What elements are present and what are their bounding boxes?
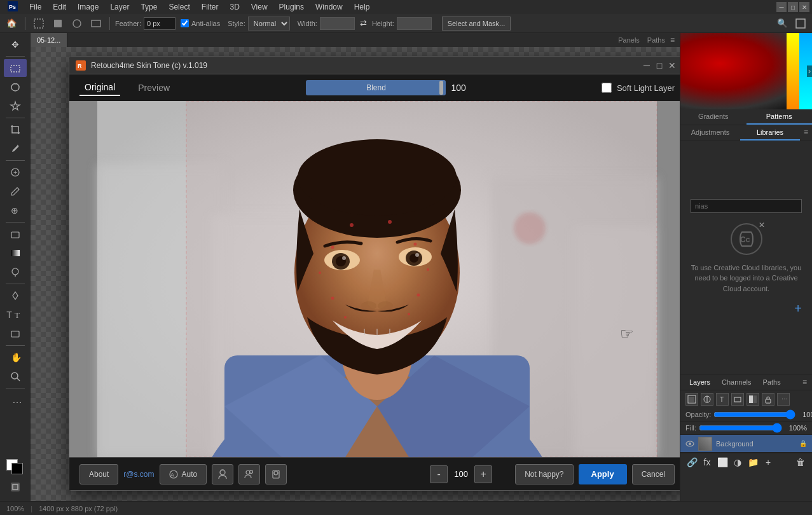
- menu-window[interactable]: Window: [310, 1, 348, 13]
- layer-image-btn[interactable]: [685, 393, 698, 406]
- panel-options-btn[interactable]: ≡: [800, 125, 812, 141]
- search-btn[interactable]: 🔍: [774, 17, 790, 29]
- layers-menu-btn[interactable]: ≡: [802, 378, 807, 387]
- channels-tab[interactable]: Channels: [718, 377, 755, 387]
- select-and-mask-btn[interactable]: Select and Mask...: [442, 17, 511, 31]
- counter-minus-btn[interactable]: -: [430, 465, 448, 483]
- shape-tool-btn[interactable]: [4, 325, 27, 343]
- marquee-tool-btn[interactable]: [4, 59, 27, 77]
- dialog-maximize-btn[interactable]: □: [653, 59, 666, 72]
- hand-tool-btn[interactable]: ✋: [4, 348, 27, 366]
- cancel-btn[interactable]: Cancel: [632, 464, 675, 484]
- menu-plugins[interactable]: Plugins: [274, 1, 309, 13]
- dialog-minimize-btn[interactable]: ─: [640, 59, 653, 72]
- swap-dimensions-btn[interactable]: ⇄: [357, 17, 369, 29]
- libraries-tab[interactable]: Libraries: [740, 125, 800, 141]
- dialog-close-btn[interactable]: ✕: [666, 59, 678, 72]
- anti-alias-checkbox[interactable]: [181, 19, 189, 27]
- delete-layer-btn[interactable]: 🗑: [794, 456, 807, 469]
- magic-wand-btn[interactable]: [4, 97, 27, 115]
- rectangular-marquee-btn[interactable]: [31, 17, 47, 31]
- person-icon-btn3[interactable]: [265, 464, 287, 484]
- not-happy-btn[interactable]: Not happy?: [515, 464, 573, 484]
- text-tool-btn[interactable]: T T: [4, 306, 27, 324]
- panel-menu-icon[interactable]: ≡: [670, 36, 675, 45]
- more-tools-btn[interactable]: …: [4, 391, 27, 409]
- paths-panel-tab[interactable]: Paths: [759, 377, 785, 387]
- feather-input[interactable]: [144, 17, 175, 30]
- close-btn[interactable]: ✕: [799, 2, 809, 12]
- libraries-search-input[interactable]: [691, 199, 802, 213]
- layer-adj-btn[interactable]: [701, 393, 713, 406]
- menu-image[interactable]: Image: [72, 1, 104, 13]
- heal-tool-btn[interactable]: +: [4, 163, 27, 181]
- fill-slider[interactable]: [699, 423, 782, 432]
- menu-ps[interactable]: Ps: [3, 0, 23, 15]
- layer-text-btn[interactable]: T: [716, 393, 729, 406]
- tool-option2-btn[interactable]: [69, 17, 85, 31]
- eyedropper-tool-btn[interactable]: [4, 140, 27, 158]
- width-input[interactable]: [320, 17, 355, 30]
- layer-lock-btn[interactable]: [762, 393, 774, 406]
- dialog-tab-original[interactable]: Original: [79, 79, 120, 96]
- move-tool-btn[interactable]: ✥: [4, 36, 27, 53]
- menu-3d[interactable]: 3D: [224, 1, 244, 13]
- menu-file[interactable]: File: [24, 1, 46, 13]
- menu-edit[interactable]: Edit: [48, 1, 71, 13]
- new-adj-layer-btn[interactable]: ◑: [731, 456, 744, 469]
- new-group-btn[interactable]: 📁: [747, 456, 759, 469]
- quick-mask-btn[interactable]: [4, 478, 27, 496]
- menu-layer[interactable]: Layer: [105, 1, 134, 13]
- zoom-tool-btn[interactable]: [4, 367, 27, 385]
- blend-slider-handle[interactable]: [439, 81, 443, 95]
- canvas-tab-active[interactable]: 05-12...: [31, 33, 67, 47]
- clone-tool-btn[interactable]: ⊕: [4, 202, 27, 219]
- layer-mask-add-btn[interactable]: ⬜: [716, 456, 729, 469]
- blend-slider[interactable]: Blend: [306, 80, 446, 95]
- dodge-tool-btn[interactable]: [4, 263, 27, 281]
- style-select[interactable]: Normal: [248, 17, 290, 31]
- add-library-btn[interactable]: +: [794, 301, 802, 316]
- layer-shape-btn[interactable]: [731, 393, 744, 406]
- eraser-tool-btn[interactable]: [4, 225, 27, 243]
- layer-more-btn[interactable]: ⋯: [777, 393, 790, 406]
- full-screen-btn[interactable]: [793, 17, 808, 30]
- about-btn[interactable]: About: [79, 464, 118, 484]
- menu-help[interactable]: Help: [349, 1, 375, 13]
- home-btn[interactable]: 🏠: [4, 17, 20, 29]
- email-link[interactable]: r@s.com: [123, 470, 154, 479]
- menu-type[interactable]: Type: [135, 1, 162, 13]
- lasso-tool-btn[interactable]: [4, 78, 27, 96]
- apply-btn[interactable]: Apply: [579, 464, 627, 484]
- layers-tab[interactable]: Layers: [685, 377, 714, 387]
- crop-tool-btn[interactable]: [4, 121, 27, 139]
- new-layer-btn[interactable]: +: [762, 456, 774, 469]
- tool-option3-btn[interactable]: [88, 17, 104, 31]
- patterns-tab[interactable]: Patterns: [747, 109, 813, 125]
- brush-tool-btn[interactable]: [4, 182, 27, 200]
- menu-select[interactable]: Select: [163, 1, 195, 13]
- counter-plus-btn[interactable]: +: [474, 465, 492, 483]
- auto-btn[interactable]: A Auto: [160, 464, 207, 484]
- menu-filter[interactable]: Filter: [196, 1, 224, 13]
- adjustments-tab[interactable]: Adjustments: [680, 125, 740, 141]
- height-input[interactable]: [397, 17, 432, 30]
- fg-bg-colors[interactable]: [5, 458, 25, 476]
- layer-style-btn[interactable]: fx: [701, 456, 713, 469]
- dialog-tab-preview[interactable]: Preview: [133, 80, 175, 95]
- gradient-tool-btn[interactable]: [4, 244, 27, 262]
- maximize-btn[interactable]: □: [788, 2, 798, 12]
- person-icon-btn2[interactable]: [238, 464, 260, 484]
- layer-row[interactable]: Background 🔒: [680, 435, 812, 453]
- person-icon-btn1[interactable]: [212, 464, 233, 484]
- soft-light-checkbox[interactable]: [602, 83, 612, 93]
- menu-view[interactable]: View: [246, 1, 273, 13]
- pen-tool-btn[interactable]: [4, 287, 27, 305]
- minimize-btn[interactable]: ─: [776, 2, 787, 12]
- tool-option1-btn[interactable]: [50, 17, 66, 31]
- swatch-expand-btn[interactable]: ›: [807, 65, 812, 77]
- layer-mask-btn[interactable]: [747, 393, 759, 406]
- opacity-slider[interactable]: [713, 410, 795, 419]
- gradients-tab[interactable]: Gradients: [680, 109, 747, 125]
- link-layers-btn[interactable]: 🔗: [685, 456, 698, 469]
